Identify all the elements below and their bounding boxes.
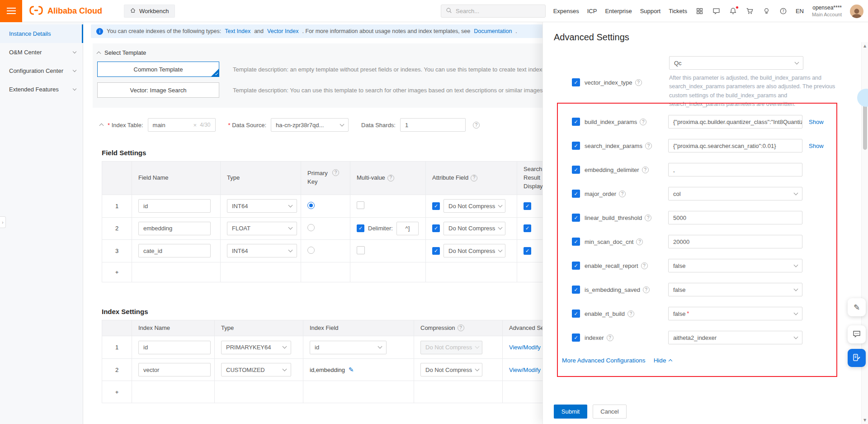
row-checkbox[interactable] [572, 333, 580, 342]
search-result-display-checkbox[interactable] [524, 247, 531, 255]
help-icon[interactable] [645, 214, 651, 221]
text-index-link[interactable]: Text Index [225, 28, 250, 34]
feedback-edit-button[interactable]: ✎ [848, 298, 866, 316]
help-circle-icon[interactable]: ? [779, 7, 788, 15]
row-checkbox[interactable] [572, 166, 580, 174]
index-field-select[interactable]: id [310, 341, 387, 354]
search-index-params-input[interactable]: {"proxima.qc.searcher.scan_ratio":0.01} [668, 139, 802, 152]
account-info[interactable]: opensea**** Main Account [812, 4, 842, 18]
nav-expenses[interactable]: Expenses [553, 8, 579, 14]
linear-build-threshold-input[interactable]: 5000 [668, 211, 802, 224]
help-icon[interactable] [640, 119, 646, 125]
multi-value-checkbox[interactable] [357, 246, 365, 254]
menu-button[interactable] [0, 0, 22, 22]
data-source-select[interactable]: ha-cn-zpr38r7qd... [271, 118, 349, 132]
apps-grid-icon[interactable] [695, 7, 704, 15]
help-icon[interactable] [387, 175, 394, 181]
edit-pencil-icon[interactable]: ✎ [349, 366, 354, 373]
cancel-button[interactable]: Cancel [593, 405, 627, 419]
min-scan-doc-cnt-input[interactable]: 20000 [668, 235, 802, 248]
help-icon[interactable] [619, 191, 626, 197]
global-search[interactable] [441, 5, 546, 18]
nav-support[interactable]: Support [640, 8, 661, 14]
field-type-select[interactable]: INT64 [227, 199, 297, 213]
more-advanced-configurations-link[interactable]: More Advanced Configurations [562, 357, 646, 364]
notifications-bell-icon[interactable] [729, 7, 737, 15]
submit-button[interactable]: Submit [554, 405, 587, 419]
row-checkbox[interactable] [572, 286, 580, 294]
compression-select[interactable]: Do Not Compress [420, 363, 482, 376]
row-checkbox[interactable] [572, 118, 580, 126]
index-type-select[interactable]: CUSTOMIZED [221, 363, 291, 376]
help-icon[interactable] [607, 334, 613, 341]
multi-value-checkbox[interactable] [357, 224, 364, 232]
field-name-input[interactable]: id [138, 199, 211, 213]
attribute-field-checkbox[interactable] [432, 224, 440, 232]
help-icon[interactable] [471, 175, 477, 181]
field-type-select[interactable]: FLOAT [227, 222, 297, 235]
compress-select[interactable]: Do Not Compress [443, 199, 505, 213]
sidebar-item-instance-details[interactable]: Instance Details [0, 24, 83, 43]
index-name-input[interactable]: vector [138, 363, 211, 376]
compress-select[interactable]: Do Not Compress [443, 222, 505, 235]
compress-select[interactable]: Do Not Compress [443, 244, 505, 257]
field-name-input[interactable]: embedding [138, 222, 211, 235]
embedding-delimiter-input[interactable]: , [668, 163, 802, 176]
common-template-button[interactable]: Common Template [97, 62, 219, 77]
attribute-field-checkbox[interactable] [432, 202, 440, 210]
scrollbar-thumb[interactable] [863, 100, 867, 150]
language-switch[interactable]: EN [796, 8, 804, 14]
index-name-input[interactable]: id [138, 341, 211, 354]
collapse-chevron-icon[interactable] [99, 124, 104, 128]
scroll-down-arrow[interactable]: ▼ [862, 418, 868, 422]
primary-key-radio[interactable] [307, 247, 315, 254]
avatar[interactable] [850, 5, 863, 18]
hide-link[interactable]: Hide [654, 357, 672, 364]
attribute-field-checkbox[interactable] [432, 247, 440, 255]
sidebar-item-extended-features[interactable]: Extended Features [0, 80, 83, 99]
row-checkbox[interactable] [572, 262, 580, 270]
field-type-select[interactable]: INT64 [227, 244, 297, 257]
search-result-display-checkbox[interactable] [524, 224, 531, 232]
help-icon[interactable] [458, 324, 464, 331]
help-icon[interactable] [635, 79, 642, 86]
help-icon[interactable] [332, 169, 339, 176]
build-index-params-input[interactable]: {"proxima.qc.builder.quantizer_class":"I… [668, 115, 802, 129]
major-order-select[interactable]: col [668, 187, 802, 200]
sidebar-item-configuration-center[interactable]: Configuration Center [0, 62, 83, 80]
view-modify-link[interactable]: View/Modify [509, 344, 541, 351]
help-icon[interactable] [645, 143, 652, 149]
view-modify-link[interactable]: View/Modify [509, 367, 541, 373]
survey-button[interactable] [848, 349, 866, 367]
vector-index-link[interactable]: Vector Index [267, 28, 299, 34]
workbench-tab[interactable]: Workbench [124, 5, 175, 18]
support-chat-button[interactable] [848, 325, 866, 343]
show-link[interactable]: Show [809, 119, 824, 125]
field-name-input[interactable]: cate_id [138, 244, 211, 257]
nav-enterprise[interactable]: Enterprise [605, 8, 632, 14]
help-icon[interactable] [643, 286, 650, 293]
scroll-up-arrow[interactable]: ▲ [862, 44, 868, 48]
search-result-display-checkbox[interactable] [524, 202, 531, 210]
delimiter-input[interactable]: ^] [396, 222, 419, 235]
cart-icon[interactable] [745, 7, 754, 15]
primary-key-radio[interactable] [307, 224, 315, 231]
add-field-button[interactable]: + [102, 262, 132, 282]
primary-key-radio[interactable] [307, 202, 315, 209]
vector-index-type-select[interactable]: Qc [669, 56, 803, 70]
sidebar-item-om-center[interactable]: O&M Center [0, 43, 83, 62]
search-input[interactable] [456, 8, 535, 14]
index-type-select[interactable]: PRIMARYKEY64 [221, 341, 291, 354]
is-embedding-saved-select[interactable]: false [668, 283, 802, 296]
add-index-button[interactable]: + [102, 381, 132, 403]
row-checkbox[interactable] [572, 310, 580, 318]
messages-icon[interactable] [712, 7, 721, 15]
index-table-input[interactable]: main ×4/30 [148, 118, 216, 132]
brand-logo[interactable]: Alibaba Cloud [28, 5, 102, 17]
documentation-link[interactable]: Documentation [474, 28, 512, 34]
nav-tickets[interactable]: Tickets [669, 8, 687, 14]
panel-expand-handle[interactable]: › [0, 216, 6, 228]
help-icon[interactable] [627, 310, 634, 317]
row-checkbox[interactable] [572, 214, 580, 222]
help-icon[interactable] [642, 167, 649, 173]
